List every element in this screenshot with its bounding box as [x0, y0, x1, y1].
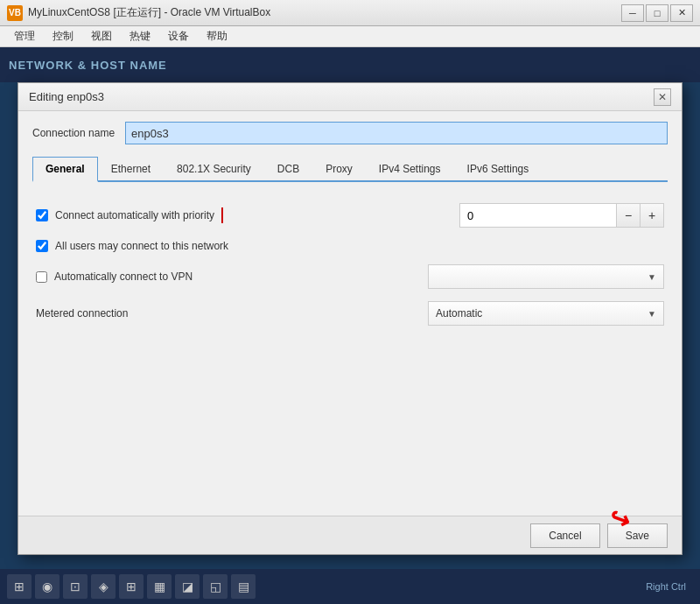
connection-name-input[interactable] — [125, 122, 668, 144]
all-users-label: All users may connect to this network — [55, 240, 228, 252]
vm-header-text: NETWORK & HOST NAME — [9, 59, 167, 72]
close-button[interactable]: ✕ — [670, 4, 693, 22]
minimize-button[interactable]: ─ — [621, 4, 644, 22]
tab-proxy[interactable]: Proxy — [312, 157, 366, 180]
window-title: MyLinuxCentOS8 [正在运行] - Oracle VM Virtua… — [28, 5, 621, 20]
metered-connection-row: Metered connection Automatic ▼ — [36, 301, 664, 326]
text-cursor — [221, 207, 223, 223]
taskbar-icon-4[interactable]: ◈ — [91, 574, 116, 599]
tab-ipv4-settings[interactable]: IPv4 Settings — [366, 157, 454, 180]
taskbar-right-ctrl: Right Ctrl — [646, 581, 693, 592]
taskbar-icons: ⊞ ◉ ⊡ ◈ ⊞ ▦ ◪ ◱ ▤ — [7, 574, 256, 599]
all-users-checkbox[interactable] — [36, 240, 48, 252]
tab-ipv6-settings[interactable]: IPv6 Settings — [454, 157, 542, 180]
save-button[interactable]: Save — [607, 523, 668, 548]
connection-name-row: Connection name — [32, 122, 668, 144]
connect-auto-checkbox[interactable] — [36, 209, 48, 221]
connect-auto-checkbox-row: Connect automatically with priority — [36, 207, 223, 223]
all-users-checkbox-row: All users may connect to this network — [36, 240, 664, 252]
maximize-button[interactable]: □ — [646, 4, 668, 22]
window-controls: ─ □ ✕ — [621, 4, 693, 22]
taskbar-icon-9[interactable]: ▤ — [231, 574, 256, 599]
tab-content-general: Connect automatically with priority − + … — [32, 191, 668, 505]
taskbar-icon-8[interactable]: ◱ — [203, 574, 228, 599]
taskbar-icon-1[interactable]: ⊞ — [7, 574, 32, 599]
metered-dropdown-arrow: ▼ — [648, 309, 656, 319]
menu-item-view[interactable]: 视图 — [84, 27, 119, 46]
menu-item-hotkey[interactable]: 热键 — [122, 27, 158, 46]
dialog-title: Editing enp0s3 — [29, 90, 104, 103]
metered-connection-label: Metered connection — [36, 307, 128, 320]
metered-connection-value: Automatic — [436, 307, 482, 320]
dialog-close-button[interactable]: ✕ — [654, 88, 671, 106]
connect-auto-label: Connect automatically with priority — [55, 209, 214, 221]
app-icon: VB — [7, 5, 23, 21]
taskbar-icon-5[interactable]: ⊞ — [119, 574, 144, 599]
menu-item-help[interactable]: 帮助 — [200, 27, 234, 46]
priority-input-group: − + — [459, 203, 664, 228]
priority-row: Connect automatically with priority − + — [36, 203, 664, 228]
taskbar-icon-3[interactable]: ⊡ — [63, 574, 88, 599]
tab-ethernet[interactable]: Ethernet — [98, 157, 164, 180]
auto-vpn-label: Automatically connect to VPN — [54, 270, 192, 283]
auto-vpn-checkbox[interactable] — [36, 271, 47, 283]
priority-plus-button[interactable]: + — [640, 203, 664, 228]
taskbar: ⊞ ◉ ⊡ ◈ ⊞ ▦ ◪ ◱ ▤ Right Ctrl — [0, 569, 700, 604]
vpn-dropdown-arrow: ▼ — [648, 272, 656, 282]
dialog-titlebar: Editing enp0s3 ✕ — [18, 83, 682, 111]
metered-connection-dropdown[interactable]: Automatic ▼ — [428, 301, 664, 326]
editing-dialog: Editing enp0s3 ✕ Connection name General… — [18, 82, 682, 555]
dialog-content: Connection name General Ethernet 802.1X … — [18, 111, 682, 516]
priority-minus-button[interactable]: − — [616, 203, 640, 228]
vpn-dropdown[interactable]: ▼ — [428, 264, 664, 289]
menu-item-manage[interactable]: 管理 — [7, 27, 42, 46]
vpn-row: Automatically connect to VPN ▼ — [36, 264, 664, 289]
dialog-footer: Cancel Save — [18, 516, 682, 554]
tabs-container: General Ethernet 802.1X Security DCB Pro… — [32, 157, 668, 182]
tab-general[interactable]: General — [32, 157, 98, 182]
tab-dcb[interactable]: DCB — [264, 157, 312, 180]
titlebar: VB MyLinuxCentOS8 [正在运行] - Oracle VM Vir… — [0, 0, 700, 26]
menubar: 管理 控制 视图 热键 设备 帮助 — [0, 26, 700, 47]
taskbar-icon-2[interactable]: ◉ — [35, 574, 60, 599]
menu-item-device[interactable]: 设备 — [161, 27, 196, 46]
vm-area-header: NETWORK & HOST NAME — [0, 47, 700, 82]
connection-name-label: Connection name — [32, 127, 115, 139]
menu-item-control[interactable]: 控制 — [46, 27, 80, 46]
cancel-button[interactable]: Cancel — [530, 523, 599, 548]
taskbar-icon-7[interactable]: ◪ — [175, 574, 200, 599]
taskbar-icon-6[interactable]: ▦ — [147, 574, 172, 599]
tab-8021x-security[interactable]: 802.1X Security — [164, 157, 264, 180]
priority-input[interactable] — [459, 203, 617, 228]
